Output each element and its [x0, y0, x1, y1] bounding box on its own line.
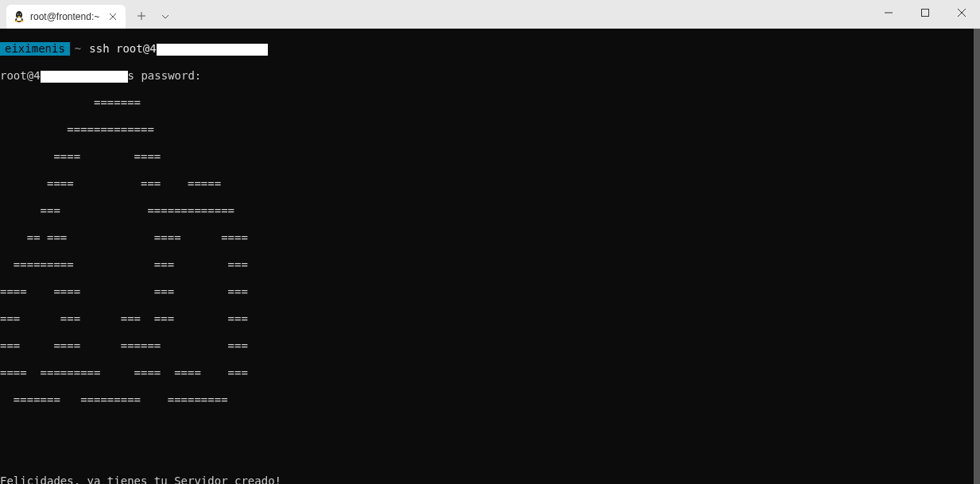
tux-icon	[13, 10, 25, 23]
minimize-button[interactable]	[870, 0, 907, 25]
svg-point-3	[17, 14, 18, 14]
scrollbar-thumb[interactable]	[974, 29, 980, 484]
svg-point-5	[15, 21, 18, 22]
pw-prefix: root@4	[0, 69, 41, 82]
terminal-tab[interactable]: root@frontend:~	[6, 5, 126, 29]
close-button[interactable]	[943, 0, 980, 25]
ascii-art: === =============	[0, 204, 980, 218]
maximize-button[interactable]	[907, 0, 943, 25]
ascii-art: ==== ========= ==== ==== ===	[0, 366, 980, 380]
ascii-art: =============	[0, 123, 980, 137]
window-controls	[870, 0, 980, 25]
svg-point-2	[17, 17, 21, 21]
tab-dropdown-icon[interactable]	[159, 10, 172, 23]
ascii-art: ==== ====	[0, 150, 980, 164]
powerline-host: eiximenis	[0, 42, 70, 56]
redacted-host	[157, 44, 268, 56]
ascii-art: ======= ========= =========	[0, 393, 980, 407]
blank-line	[0, 447, 980, 461]
scrollbar[interactable]	[974, 29, 980, 484]
motd-es-congrats: Felicidades, ya tienes tu Servidor cread…	[0, 474, 980, 484]
terminal-area[interactable]: eiximenis~ssh root@4 root@4s password: =…	[0, 29, 980, 484]
titlebar: root@frontend:~	[0, 0, 980, 29]
ascii-art: === === === === ===	[0, 312, 980, 326]
command-text: ssh root@4	[89, 42, 156, 55]
pw-suffix: s password:	[128, 69, 202, 82]
blank-line	[0, 420, 980, 434]
password-prompt: root@4s password:	[0, 69, 980, 83]
prompt-line: eiximenis~ssh root@4	[0, 42, 980, 56]
svg-point-4	[20, 14, 21, 14]
ascii-art: =======	[0, 96, 980, 110]
tab-close-icon[interactable]	[107, 10, 119, 23]
ascii-art: ========= === ===	[0, 258, 980, 272]
redacted-ip	[41, 71, 128, 83]
new-tab-button[interactable]	[135, 10, 148, 23]
prompt-path: ~	[70, 42, 86, 55]
ascii-art: === ==== ====== ===	[0, 339, 980, 353]
tab-controls	[126, 5, 181, 29]
ascii-art: ==== ==== === ===	[0, 285, 980, 299]
svg-rect-7	[922, 10, 929, 17]
ascii-art: ==== === =====	[0, 177, 980, 191]
svg-point-6	[21, 21, 24, 22]
ascii-art: == === ==== ====	[0, 231, 980, 245]
tab-title: root@frontend:~	[30, 11, 102, 22]
